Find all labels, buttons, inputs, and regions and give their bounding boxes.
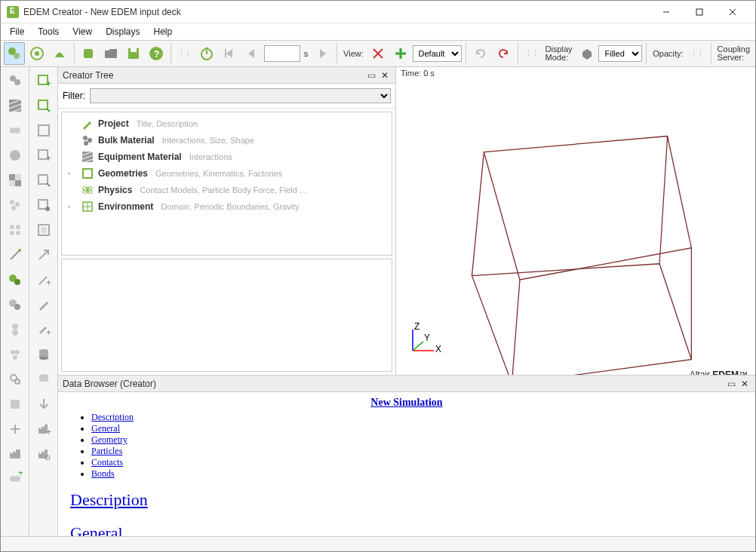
tree-row-geometries[interactable]: › Geometries Geometries, Kinematics, Fac… [68, 165, 386, 182]
menu-displays[interactable]: Displays [100, 25, 146, 38]
vtool-arrow-add-icon[interactable]: + [32, 268, 56, 291]
refresh-button[interactable] [470, 42, 491, 65]
vtool-factory-icon[interactable] [3, 443, 27, 465]
db-link-description[interactable]: Description [91, 412, 134, 422]
vtool-box-gray2-icon[interactable]: + [32, 144, 56, 167]
vtool-tool1-icon[interactable] [3, 393, 27, 416]
next-button[interactable] [312, 42, 333, 65]
timer-button[interactable] [196, 42, 217, 65]
tree-desc: Title, Description [137, 119, 198, 128]
view-add-button[interactable] [390, 42, 411, 65]
tree-row-project[interactable]: Project Title, Description [68, 115, 386, 132]
vtool-stack-icon[interactable] [3, 318, 27, 341]
tree-label: Project [98, 118, 129, 129]
minimize-button[interactable] [650, 2, 683, 23]
vtool-triple-icon[interactable] [3, 343, 27, 366]
time-unit-label: s [302, 49, 311, 58]
vtool-box-gray3-icon[interactable] [32, 169, 56, 192]
vtool-wand-icon[interactable] [3, 244, 27, 266]
display-mode-select[interactable]: Filled [598, 45, 642, 62]
vtool-box-down-icon[interactable] [32, 94, 56, 117]
creator-tree[interactable]: Project Title, Description Bulk Material… [61, 112, 392, 256]
svg-text:Z: Z [414, 322, 419, 332]
vtool-bubbles-icon[interactable] [3, 194, 27, 216]
view-select[interactable]: Default [413, 45, 462, 62]
close-button[interactable] [716, 2, 749, 23]
svg-rect-1 [696, 9, 702, 15]
vtool-hatch-icon[interactable] [3, 94, 27, 117]
analyst-mode-button[interactable] [49, 42, 70, 65]
vtool-cylinder2-icon[interactable] [32, 368, 56, 391]
vtool-gray-pair-icon[interactable] [3, 293, 27, 316]
data-browser-content[interactable]: New Simulation DescriptionGeneralGeometr… [58, 392, 755, 536]
db-link-item: General [91, 423, 743, 434]
vtool-factory-add-icon[interactable]: + [32, 418, 56, 440]
vtool-box-gray4-icon[interactable] [32, 194, 56, 216]
chevron-right-icon[interactable]: › [68, 170, 77, 177]
menu-file[interactable]: File [4, 25, 30, 38]
left-toolbar-1: + [1, 67, 29, 536]
vtool-box-gray1-icon[interactable] [32, 119, 56, 142]
db-link-general[interactable]: General [91, 423, 120, 434]
panel-float-button[interactable]: ▭ [365, 69, 377, 81]
db-link-geometry[interactable]: Geometry [91, 434, 128, 445]
panel-close-button[interactable]: ✕ [739, 378, 751, 390]
display-mode-icon[interactable] [576, 42, 598, 65]
save-button[interactable] [123, 42, 144, 65]
vtool-cylinder-icon[interactable] [32, 343, 56, 366]
svg-text:+: + [92, 46, 97, 54]
vtool-arrow-ne-icon[interactable] [32, 244, 56, 266]
vtool-down-arrow-icon[interactable] [32, 393, 56, 416]
creator-mode-button[interactable] [4, 42, 25, 65]
tree-row-environment[interactable]: › Environment Domain, Periodic Boundarie… [68, 198, 386, 215]
vtool-grid4-icon[interactable] [3, 219, 27, 241]
filter-select[interactable] [90, 88, 391, 103]
menu-help[interactable]: Help [148, 25, 179, 38]
creator-tree-panel: Creator Tree ▭ ✕ Filter: Project Title, … [58, 67, 396, 375]
menu-tools[interactable]: Tools [32, 25, 65, 38]
time-value-input[interactable] [264, 45, 300, 62]
vtool-add-pair-icon[interactable]: + [3, 468, 27, 490]
vtool-checker-icon[interactable] [3, 169, 27, 192]
panel-close-button[interactable]: ✕ [379, 69, 391, 81]
filter-label: Filter: [63, 90, 85, 101]
vtool-pair-icon[interactable] [3, 119, 27, 142]
simulator-mode-button[interactable] [26, 42, 48, 65]
maximize-button[interactable] [683, 2, 716, 23]
tree-label: Physics [98, 185, 132, 195]
viewport-3d[interactable]: Time: 0 s [396, 67, 755, 375]
view-delete-button[interactable] [367, 42, 389, 65]
panel-float-button[interactable]: ▭ [725, 378, 737, 390]
vtool-box-add-icon[interactable]: + [32, 69, 56, 92]
vtool-box-gray5-icon[interactable] [32, 219, 56, 241]
help-button[interactable]: ? [146, 42, 167, 65]
open-button[interactable] [100, 42, 121, 65]
vtool-factory-gear-icon[interactable] [32, 443, 56, 465]
new-button[interactable]: + [78, 42, 100, 65]
prev-button[interactable] [241, 42, 263, 65]
svg-point-23 [14, 79, 20, 85]
tree-row-bulk-material[interactable]: Bulk Material Interactions, Size, Shape [68, 132, 386, 149]
db-simulation-title: New Simulation [70, 397, 743, 409]
vtool-arrows-icon[interactable] [3, 418, 27, 440]
vtool-pencil-icon[interactable] [32, 293, 56, 316]
vtool-gears-icon[interactable] [3, 368, 27, 391]
vtool-green-pair-icon[interactable] [3, 268, 27, 291]
svg-point-5 [14, 53, 20, 59]
menu-view[interactable]: View [66, 25, 98, 38]
chevron-right-icon[interactable]: › [68, 203, 77, 210]
tree-row-equipment-material[interactable]: Equipment Material Interactions [68, 149, 386, 165]
creator-properties-area[interactable] [61, 259, 392, 372]
db-link-particles[interactable]: Particles [91, 446, 122, 456]
db-link-contacts[interactable]: Contacts [91, 457, 123, 468]
svg-line-98 [512, 280, 520, 375]
titlebar: EDEM Creator - New EDEM input deck [1, 1, 755, 23]
undo-button[interactable] [493, 42, 514, 65]
tree-desc: Interactions [189, 152, 232, 161]
db-link-bonds[interactable]: Bonds [91, 468, 115, 479]
vtool-pencil-add-icon[interactable]: + [32, 318, 56, 341]
step-back-button[interactable] [219, 42, 240, 65]
vtool-sphere-icon[interactable] [3, 144, 27, 167]
tree-row-physics[interactable]: Physics Contact Models, Particle Body Fo… [68, 182, 386, 198]
vtool-particles-icon[interactable] [3, 69, 27, 92]
